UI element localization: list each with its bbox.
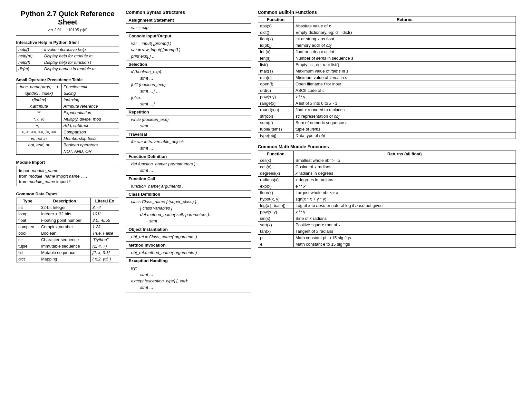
type-cell: Integer > 32 bits — [39, 211, 90, 217]
syntax-block: Repetitionwhile (boolean_exp):stmt … — [126, 109, 251, 131]
syntax-line: stmt … — [131, 285, 248, 291]
math-ret: Math constant pi to 15 sig figs — [294, 235, 516, 241]
syntax-line: stmt … — [131, 75, 248, 82]
type-cell: Mutable sequence — [39, 250, 90, 256]
help-desc: Display help for module m — [42, 53, 119, 59]
table-row: radians(x)x degrees in radians — [258, 177, 516, 183]
builtin-ret: float or string x as int — [294, 49, 516, 55]
builtin-ret: Data type of obj — [294, 132, 516, 139]
table-row: x[index]Indexing — [16, 97, 119, 103]
syntax-line: var = input( [prompt] ) — [131, 41, 248, 47]
syntax-block-title: Console Input/Output — [126, 33, 251, 39]
op-desc: Add, subtract — [62, 122, 119, 129]
builtin-ret: tuple of items — [294, 126, 516, 132]
op-desc: Attribute reference — [62, 103, 119, 110]
math-ret: e ** x — [294, 183, 516, 190]
math-fn: exp(x) — [258, 183, 294, 190]
syntax-block-body: def function_name( parmameters ):stmt … — [126, 160, 251, 175]
builtin-fn: float(x) — [258, 36, 294, 42]
center-column: Common Syntax Structures Assignment Stat… — [126, 10, 251, 292]
table-row: tan(x)Tangent of x radians — [258, 228, 516, 235]
builtin-ret: Maximum value of items in s — [294, 68, 516, 74]
builtin-fn: len(s) — [258, 55, 294, 62]
op-symbol: *, /, % — [16, 116, 62, 122]
table-row: boolBooleanTrue, False — [16, 230, 119, 237]
op-symbol: >, <, <=, >=, !=, == — [16, 129, 62, 135]
table-row: round(x,n)float x rounded to n places — [258, 107, 516, 113]
table-row: sin(x)Sine of x radians — [258, 215, 516, 222]
table-row: x.attributeAttribute reference — [16, 103, 119, 110]
table-row: dir(m)Display names in module m — [16, 66, 119, 72]
subtitle: ver 2.01 – 110105 (sjd) — [16, 28, 119, 32]
table-row: strCharacter sequence"Python" — [16, 237, 119, 243]
builtin-fn: dict() — [258, 29, 294, 36]
syntax-line: def method_name( self, parameters ): — [131, 212, 248, 218]
help-desc: Display help for function f — [42, 59, 119, 66]
syntax-block-title: Function Definition — [126, 153, 251, 160]
table-row: open(f)Open filename f for input — [258, 81, 516, 87]
table-row: cos(x)Cosine of x radians — [258, 164, 516, 170]
syntax-line: class Class_name [ (super_class) ]: — [131, 199, 248, 205]
table-row: >, <, <=, >=, !=, ==Comparison — [16, 129, 119, 135]
math-ret: Log of x to base or natural log if base … — [294, 202, 516, 209]
table-row: x[index : index]Slicing — [16, 90, 119, 97]
builtin-section: Common Built-in Functions Function Retur… — [258, 10, 516, 139]
syntax-block: Assignment Statementvar = exp — [126, 17, 251, 33]
op-desc: Slicing — [62, 90, 119, 97]
syntax-sections: Assignment Statementvar = expConsole Inp… — [126, 17, 251, 292]
math-ret: x ** y — [294, 209, 516, 215]
types-table: Type Description Literal Ex int32-bit In… — [16, 198, 119, 262]
table-row: help(f)Display help for function f — [16, 59, 119, 66]
math-ret: Positive square root of x — [294, 222, 516, 228]
type-cell: Boolean — [39, 230, 90, 237]
op-symbol: x[index : index] — [16, 90, 62, 97]
syntax-block-title: Repetition — [126, 109, 251, 115]
syntax-line: for var in traversable_object: — [131, 139, 248, 145]
type-cell: float — [16, 217, 39, 224]
table-row: help()Invoke interactive help — [16, 46, 119, 53]
builtin-title: Common Built-in Functions — [258, 10, 516, 15]
math-fn: degrees(x) — [258, 170, 294, 177]
table-row: floor(x)Largest whole nbr <= x — [258, 190, 516, 196]
syntax-block: Console Input/Outputvar = input( [prompt… — [126, 33, 251, 61]
math-fn: sqrt(x) — [258, 222, 294, 228]
math-fn: e — [258, 241, 294, 248]
table-row: ceil(x)Smallest whole nbr >= x — [258, 157, 516, 164]
type-col-header: Type — [16, 198, 39, 204]
op-symbol: +, - — [16, 122, 62, 129]
syntax-block-body: var = input( [prompt] )var = raw_input( … — [126, 39, 251, 61]
table-row: hypot(x, y)sqrt(x * x + y * y) — [258, 196, 516, 202]
type-cell: (2, 4, 7) — [90, 243, 119, 250]
math-ret: Cosine of x radians — [294, 164, 516, 170]
builtin-fn: max(s) — [258, 68, 294, 74]
syntax-block-title: Function Call — [126, 175, 251, 182]
table-row: listMutable sequence[2, x, 3.1] — [16, 250, 119, 256]
table-row: float(x)int or string x as float — [258, 36, 516, 42]
math-ret-header: Returns (all float) — [294, 151, 516, 157]
builtin-ret: Absolute value of x — [294, 23, 516, 29]
type-cell: True, False — [90, 230, 119, 237]
desc-col-header: Description — [39, 198, 90, 204]
math-ret: x radians in degrees — [294, 170, 516, 177]
operator-table: func_name(args, …)Function callx[index :… — [16, 83, 119, 155]
table-row: int (x)float or string x as int — [258, 49, 516, 55]
type-cell: [2, x, 3.1] — [90, 250, 119, 256]
math-ret: Smallest whole nbr >= x — [294, 157, 516, 164]
math-fn: floor(x) — [258, 190, 294, 196]
math-fn: sin(x) — [258, 215, 294, 222]
table-row: tupleImmutable sequence(2, 4, 7) — [16, 243, 119, 250]
center-title: Common Syntax Structures — [126, 10, 251, 15]
builtin-fn: type(obj) — [258, 132, 294, 139]
op-desc: Multiply, divide, mod — [62, 116, 119, 122]
type-cell: 32-bit Integer — [39, 204, 90, 211]
type-cell: { x:2, y:5 } — [90, 256, 119, 262]
math-ret: x degrees in radians — [294, 177, 516, 183]
module-line: import module_name — [19, 168, 116, 173]
math-ret: Sine of x radians — [294, 215, 516, 222]
type-cell: Mapping — [39, 256, 90, 262]
math-fn: hypot(x, y) — [258, 196, 294, 202]
type-cell: 101L — [90, 211, 119, 217]
syntax-line: while (boolean_exp): — [131, 117, 248, 123]
table-row: complexComplex number1.2J — [16, 224, 119, 230]
syntax-block: Function Definitiondef function_name( pa… — [126, 153, 251, 175]
